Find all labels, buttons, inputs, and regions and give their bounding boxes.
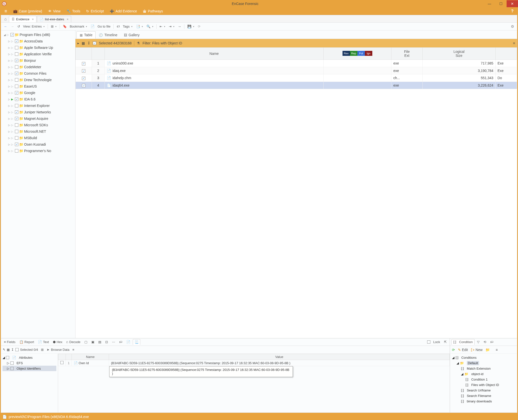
popout-button[interactable]: ⇱ — [443, 339, 448, 345]
collapse-icon[interactable]: ◢ — [461, 372, 463, 376]
bottom-tab-fields[interactable]: ≡Fields — [2, 339, 17, 345]
tree-checkbox[interactable] — [15, 65, 18, 69]
bottom-tool-2[interactable]: ▣ — [90, 339, 96, 345]
attr-row[interactable]: 1 📄 Own Id {B3A8FABC-5D59-11E5-8275-6003… — [58, 360, 450, 366]
tab-evidence[interactable]: 🗄 Evidence × — [9, 16, 36, 22]
hamburger-menu[interactable]: ≡ — [2, 8, 10, 15]
folder-button[interactable]: 📁 — [485, 348, 490, 352]
tree-root[interactable]: ◢ ▷ ✓ 📁 Program Files (x86) — [3, 32, 75, 38]
tree-item[interactable]: ▷▷✓📁Common Files — [3, 70, 75, 77]
tree-checkbox[interactable]: ✓ — [15, 143, 18, 146]
attr-checkbox[interactable] — [6, 356, 9, 359]
expand-icon[interactable]: ▷ — [8, 72, 10, 75]
bottom-tab-text[interactable]: 📄Text — [36, 339, 50, 345]
expand-icon[interactable]: ▷ — [8, 66, 10, 68]
expand-icon[interactable]: ▷ — [8, 124, 10, 127]
bottom-tool-3[interactable]: ▤ — [97, 339, 103, 345]
table-row[interactable]: ✓4📄idaq64.exeexe3,226,624Exe — [76, 82, 517, 89]
menu-add-evidence[interactable]: ➕Add Evidence — [107, 8, 139, 14]
tree-horizontal-scrollbar[interactable] — [1, 334, 75, 338]
cond-match-ext[interactable]: ⟦⟧ Match Extension — [452, 366, 515, 371]
cond-files-obj[interactable]: ⟦⟧ Files with Object ID — [452, 382, 515, 388]
expand-icon[interactable]: ▷ — [8, 111, 10, 114]
tree-item[interactable]: ▷▶✓📁IDA 6.6 — [3, 96, 75, 102]
file-grid[interactable]: Name RevRepFolIgn File Ext Logical Size … — [75, 47, 517, 338]
tag-tab[interactable]: 🏷 — [489, 339, 495, 345]
tree-checkbox[interactable]: ✓ — [10, 33, 14, 36]
grid-options-dropdown[interactable]: ▦ — [7, 348, 10, 352]
collapse-button[interactable]: ↰ — [2, 348, 5, 352]
attr-row-check[interactable] — [58, 360, 66, 366]
bottom-tool-1[interactable]: ▢ — [83, 339, 89, 345]
tree-item[interactable]: ▷▷📁Programmer's No — [3, 148, 75, 154]
tree-item[interactable]: ▷▷✓📁Osen Kusnadi — [3, 141, 75, 148]
row-checkbox[interactable]: ✓ — [76, 67, 92, 74]
cond-default[interactable]: ◢📁 Default — [452, 360, 515, 366]
tab-close-icon[interactable]: × — [32, 17, 34, 21]
search-dropdown[interactable]: 🔍 — [145, 24, 155, 29]
tree-item[interactable]: ▷▷📁Apple Software Up — [3, 44, 75, 51]
tree-checkbox[interactable]: ✓ — [15, 39, 18, 43]
tree-checkbox[interactable] — [15, 46, 18, 49]
refresh-tab[interactable]: ⟲ — [482, 339, 488, 345]
bottom-tab-decode[interactable]: ⎌Decode — [65, 339, 82, 345]
attr-efs[interactable]: ▷ EFS — [2, 360, 56, 366]
filter-menu-button[interactable]: ≡ — [513, 41, 515, 45]
menu-enscript[interactable]: ↻EnScript — [84, 8, 106, 14]
view-entries-dropdown[interactable]: ↺ View: Entries — [16, 24, 46, 29]
bottom-tool-7[interactable]: 📄 — [125, 339, 132, 345]
bookmark-dropdown[interactable]: 🔖 Bookmark — [61, 24, 89, 29]
minimize-button[interactable]: — — [484, 0, 495, 7]
tab-list-exe-dates[interactable]: 📄 list-exe-dates × — [37, 16, 71, 22]
tree-checkbox[interactable] — [15, 136, 18, 140]
attr-checkbox[interactable] — [10, 367, 14, 370]
goto-file-button[interactable]: 📄 Go to file — [89, 24, 112, 29]
col-name[interactable]: Name — [105, 48, 324, 60]
col-file-ext[interactable]: File Ext — [391, 48, 422, 60]
settings-button[interactable]: ⚙ — [509, 24, 516, 30]
tags-dropdown[interactable]: 🏷 Tags — [115, 24, 134, 29]
tree-checkbox[interactable] — [15, 52, 18, 56]
tree-checkbox[interactable] — [15, 85, 18, 88]
attr-checkbox[interactable] — [10, 361, 14, 365]
cond-menu-button[interactable]: ≡ — [496, 348, 498, 352]
expand-icon[interactable]: ▷ — [8, 40, 10, 43]
expand-icon[interactable]: ▷ — [8, 104, 10, 107]
refresh-button[interactable]: ⟳ — [196, 24, 202, 29]
bottom-tool-4[interactable]: ⊡ — [104, 339, 109, 345]
cond-object-id-folder[interactable]: ◢📁 object-id — [452, 371, 515, 377]
disk-dropdown[interactable]: 💾 — [186, 24, 196, 29]
indent-left-button[interactable]: ⇤ — [158, 24, 167, 29]
new-button[interactable]: ⟦+ New — [471, 348, 483, 352]
table-options-dropdown[interactable]: ▦ — [82, 41, 85, 45]
row-checkbox[interactable]: ✓ — [76, 82, 92, 89]
attr-col-value[interactable]: Value — [109, 354, 450, 360]
bottom-tab-active[interactable]: 📃 — [133, 339, 140, 345]
tab-close-icon[interactable]: × — [67, 17, 69, 21]
tree-checkbox[interactable] — [15, 78, 18, 82]
lock-checkbox[interactable] — [427, 340, 430, 344]
bottom-tool-5[interactable]: ⋯ — [110, 339, 117, 345]
filter-icon[interactable]: ⚗ — [137, 41, 140, 45]
tree-item[interactable]: ▷▷✓📁AccessData — [3, 38, 75, 44]
expand-icon[interactable]: ▷ — [8, 92, 10, 94]
table-row[interactable]: ✓2📄idaq.exeexe3,190,784Exe — [76, 67, 517, 74]
tree-checkbox[interactable]: ✓ — [15, 110, 18, 114]
cond-condition1[interactable]: ⟦⟧ Condition 1 — [452, 377, 515, 382]
tree-checkbox[interactable] — [15, 130, 18, 133]
menu-view[interactable]: 👁View — [46, 8, 63, 14]
row-checkbox[interactable]: ✓ — [76, 74, 92, 82]
tree-item[interactable]: ▷▷✓📁Bonjour — [3, 57, 75, 64]
view-tab-timeline[interactable]: 🕘Timeline — [96, 31, 120, 39]
bottom-menu-button[interactable]: ≡ — [72, 348, 74, 352]
condition-tree[interactable]: ◢⟦⟧ Conditions ◢📁 Default ⟦⟧ Match Exten… — [450, 354, 517, 413]
bottom-tab-hex[interactable]: ⬢Hex — [51, 339, 64, 345]
tree-item[interactable]: ▷▷📁MSBuild — [3, 135, 75, 141]
col-index[interactable] — [92, 48, 105, 60]
expand-button[interactable]: ↔ — [176, 24, 183, 29]
layout-dropdown-2[interactable]: ⊞ — [41, 348, 44, 352]
cond-search-url[interactable]: ⟦⟧ Search UrlName — [452, 388, 515, 393]
tree-item[interactable]: ▷▷📁Application Verifie — [3, 51, 75, 57]
tree-item[interactable]: ▷▷📁Drew Technologie — [3, 77, 75, 83]
tree-checkbox[interactable] — [15, 149, 18, 153]
